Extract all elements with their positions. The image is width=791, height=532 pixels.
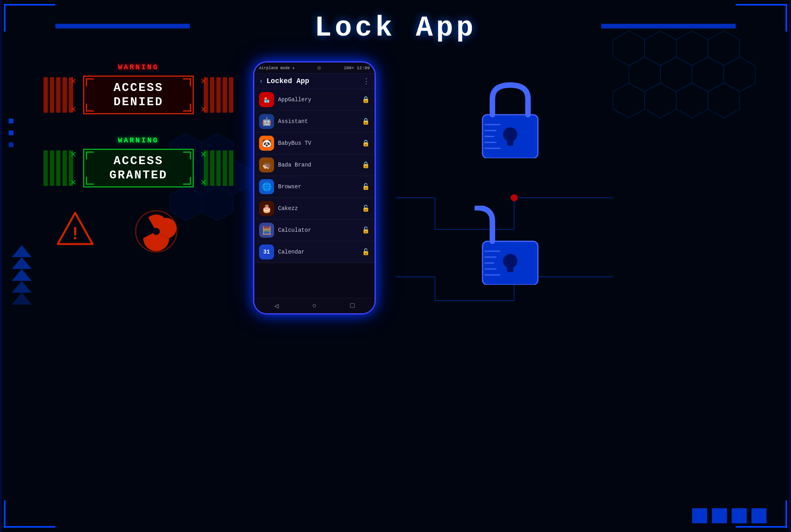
- warning-label-granted: WARNING: [118, 136, 159, 144]
- warning-triangle-icon: !: [55, 210, 95, 247]
- svg-marker-34: [12, 293, 32, 305]
- access-denied-text: ACCESS DENIED: [94, 81, 183, 109]
- svg-point-57: [153, 228, 160, 235]
- lock-icon-babybus: 🔒: [362, 139, 370, 147]
- app-item-cakezz[interactable]: 🎂 Cakezz 🔓: [254, 198, 375, 220]
- svg-marker-12: [613, 83, 645, 118]
- back-button[interactable]: ‹: [259, 77, 263, 85]
- svg-rect-35: [9, 119, 13, 123]
- svg-rect-3: [789, 0, 791, 532]
- svg-rect-36: [9, 131, 13, 135]
- more-button[interactable]: ⋮: [363, 77, 370, 85]
- access-denied-section: WARNING: [32, 63, 245, 117]
- phone-status-bar: Airplane mode ✈ 100+ 12:09: [254, 62, 375, 74]
- app-item-browser[interactable]: 🌐 Browser 🔓: [254, 176, 375, 198]
- svg-rect-22: [4, 4, 55, 6]
- svg-rect-1: [601, 24, 736, 28]
- app-item-appgallery[interactable]: 🏪 AppGallery 🔒: [254, 89, 375, 111]
- svg-marker-14: [676, 83, 708, 118]
- nav-recent-button[interactable]: □: [350, 302, 355, 310]
- svg-rect-62: [507, 134, 513, 146]
- lock-icon-cakezz: 🔓: [362, 204, 370, 212]
- svg-rect-28: [736, 526, 787, 528]
- nav-back-button[interactable]: ◁: [274, 301, 279, 310]
- svg-marker-13: [645, 83, 676, 118]
- app-name-babybus: BabyBus TV: [278, 140, 358, 146]
- app-item-babybus[interactable]: 🐼 BabyBus TV 🔒: [254, 133, 375, 154]
- lock-icon-appgallery: 🔒: [362, 96, 370, 104]
- svg-marker-32: [12, 269, 32, 281]
- svg-rect-25: [785, 4, 787, 32]
- lock-icon-calendar: 🔓: [362, 248, 370, 256]
- svg-rect-27: [4, 500, 6, 528]
- svg-rect-37: [9, 142, 13, 147]
- airplane-mode-label: Airplane mode ✈: [259, 66, 295, 70]
- svg-marker-10: [692, 57, 724, 92]
- svg-rect-51: [712, 508, 727, 523]
- svg-point-48: [511, 194, 518, 201]
- lock-icon-browser: 🔓: [362, 183, 370, 191]
- status-time: 100+ 12:09: [344, 66, 370, 70]
- lock-icon-assistant: 🔒: [362, 117, 370, 125]
- app-icon-calculator: 🧮: [259, 223, 274, 238]
- app-name-assistant: Assistant: [278, 118, 358, 125]
- app-icon-assistant: 🤖: [259, 114, 274, 129]
- app-icon-cakezz: 🎂: [259, 201, 274, 216]
- svg-rect-23: [4, 4, 6, 32]
- app-icon-browser: 🌐: [259, 179, 274, 194]
- svg-text:🏪: 🏪: [264, 97, 270, 103]
- svg-rect-50: [692, 508, 707, 523]
- app-name-browser: Browser: [278, 184, 358, 190]
- svg-marker-6: [676, 31, 708, 66]
- app-name-bada: Bada Brand: [278, 162, 358, 168]
- svg-rect-24: [736, 4, 787, 6]
- svg-marker-4: [613, 31, 645, 66]
- app-icon-babybus: 🐼: [259, 136, 274, 151]
- locked-padlock-icon: [475, 79, 546, 160]
- svg-rect-26: [4, 526, 55, 528]
- app-item-bada[interactable]: 🦔 Bada Brand 🔒: [254, 154, 375, 176]
- svg-marker-30: [12, 245, 32, 257]
- svg-rect-2: [0, 0, 2, 532]
- app-item-calculator[interactable]: 🧮 Calculator 🔓: [254, 220, 375, 241]
- app-item-calendar[interactable]: 31 Calendar 🔓: [254, 241, 375, 263]
- svg-marker-5: [645, 31, 676, 66]
- app-icon-bada: 🦔: [259, 157, 274, 172]
- app-icon-calendar: 31: [259, 244, 274, 259]
- svg-rect-0: [55, 24, 190, 28]
- svg-marker-8: [629, 57, 660, 92]
- phone-mockup: Airplane mode ✈ 100+ 12:09 ‹ Locked App …: [253, 61, 376, 314]
- svg-rect-70: [507, 261, 513, 272]
- unlocked-padlock-icon: [475, 206, 546, 287]
- svg-marker-15: [708, 83, 740, 118]
- app-name-calendar: Calendar: [278, 249, 358, 255]
- app-name-cakezz: Cakezz: [278, 205, 358, 212]
- lock-icon-calculator: 🔓: [362, 226, 370, 234]
- svg-marker-7: [708, 31, 740, 66]
- access-granted-section: WARNING: [32, 136, 245, 190]
- phone-app-bar: ‹ Locked App ⋮: [254, 74, 375, 89]
- warning-label-denied: WARNING: [118, 63, 159, 71]
- phone-nav-bar: ◁ ○ □: [254, 298, 375, 313]
- app-bar-title: Locked App: [267, 77, 360, 85]
- svg-marker-11: [724, 57, 755, 92]
- access-granted-text: ACCESS GRANTED: [94, 154, 183, 182]
- svg-rect-52: [732, 508, 747, 523]
- nav-home-button[interactable]: ○: [312, 302, 317, 310]
- radiation-icon: [134, 210, 178, 253]
- svg-rect-53: [751, 508, 766, 523]
- svg-marker-31: [12, 257, 32, 269]
- lock-icon-bada: 🔒: [362, 161, 370, 169]
- app-item-assistant[interactable]: 🤖 Assistant 🔒: [254, 111, 375, 133]
- app-name-calculator: Calculator: [278, 227, 358, 233]
- app-icon-appgallery: 🏪: [259, 92, 274, 107]
- svg-marker-33: [12, 281, 32, 293]
- app-name-appgallery: AppGallery: [278, 97, 358, 103]
- app-list: LOCKEDAPPS UNLOCKEDAPPS 🏪 AppGallery 🔒 🤖…: [254, 89, 375, 298]
- svg-rect-29: [785, 500, 787, 528]
- svg-marker-9: [660, 57, 692, 92]
- page-title: Lock App: [314, 12, 477, 44]
- svg-text:!: !: [72, 223, 78, 243]
